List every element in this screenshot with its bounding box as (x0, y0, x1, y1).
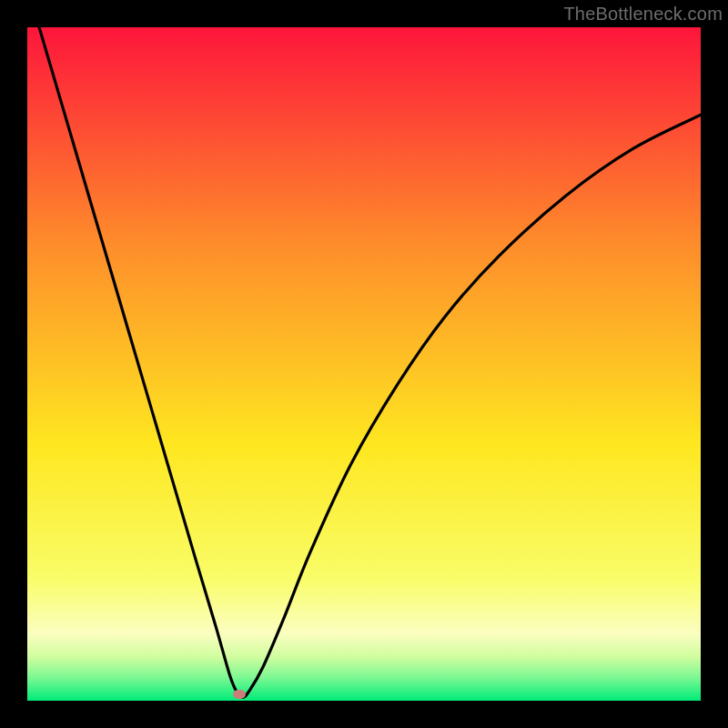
bottleneck-curve (27, 27, 701, 701)
plot-area (27, 27, 701, 701)
chart-frame: TheBottleneck.com (0, 0, 728, 728)
attribution-text: TheBottleneck.com (563, 4, 723, 25)
optimal-point-marker (233, 690, 246, 699)
